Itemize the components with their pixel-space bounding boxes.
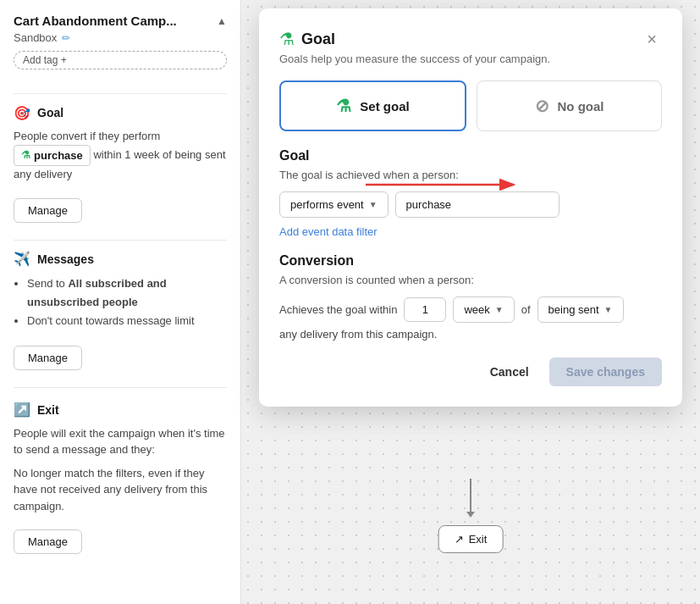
chevron-up-icon[interactable]: ▲ xyxy=(217,15,227,27)
goal-section-header: 🎯 Goal xyxy=(14,104,227,121)
divider-1 xyxy=(14,93,227,94)
exit-node-line xyxy=(470,479,471,513)
no-goal-button[interactable]: ⊘ No goal xyxy=(477,80,662,131)
modal-goal-icon: ⚗ xyxy=(279,29,295,49)
exit-section-header: ↗️ Exit xyxy=(14,402,227,418)
exit-sub-desc: No longer match the filters, even if the… xyxy=(14,465,227,515)
modal-title-row: ⚗ Goal xyxy=(279,29,335,49)
sandbox-label: Sandbox xyxy=(14,31,57,44)
add-tag-button[interactable]: Add tag + xyxy=(14,51,227,69)
sandbox-row: Sandbox ✏ xyxy=(14,31,227,44)
sent-type-chevron-icon: ▼ xyxy=(604,305,613,314)
event-type-label: performs event xyxy=(290,198,364,211)
messages-section: ✈️ Messages Send to All subscribed and u… xyxy=(14,251,227,370)
list-item: Don't count towards message limit xyxy=(27,312,227,330)
purchase-badge: ⚗ purchase xyxy=(14,145,91,167)
event-type-dropdown[interactable]: performs event ▼ xyxy=(279,191,389,218)
chevron-down-icon: ▼ xyxy=(369,200,378,209)
event-name-input[interactable] xyxy=(395,191,559,218)
exit-section-title: Exit xyxy=(37,403,59,417)
goal-condition-row: performs event ▼ xyxy=(279,191,662,218)
exit-node: ↗ Exit xyxy=(438,525,504,553)
modal-header: ⚗ Goal × xyxy=(279,29,662,49)
messages-section-title: Messages xyxy=(37,252,94,266)
modal-goal-section-desc: The goal is achieved when a person: xyxy=(279,169,662,181)
sent-type-dropdown[interactable]: being sent ▼ xyxy=(537,296,624,323)
goal-type-row: ⚗ Set goal ⊘ No goal xyxy=(279,80,662,131)
of-label: of xyxy=(521,303,531,316)
save-changes-button[interactable]: Save changes xyxy=(549,357,662,386)
exit-icon: ↗️ xyxy=(14,402,30,418)
messages-icon: ✈️ xyxy=(14,251,30,268)
modal-subtitle: Goals help you measure the success of yo… xyxy=(279,53,662,65)
set-goal-label: Set goal xyxy=(360,99,409,114)
main-area: ↗ Exit ⚗ Goal × Goals help you measure t… xyxy=(241,0,700,604)
sidebar: Cart Abandonment Camp... ▲ Sandbox ✏ Add… xyxy=(0,0,241,604)
divider-3 xyxy=(14,387,227,388)
exit-section-desc: People will exit the campaign when it's … xyxy=(14,425,227,458)
purchase-label: purchase xyxy=(34,147,83,164)
exit-section: ↗️ Exit People will exit the campaign wh… xyxy=(14,402,227,555)
exit-manage-button[interactable]: Manage xyxy=(14,529,82,554)
sidebar-header: Cart Abandonment Camp... ▲ xyxy=(14,14,227,28)
exit-node-label: Exit xyxy=(469,533,488,546)
exit-node-icon: ↗ xyxy=(455,533,464,546)
list-item: Send to All subscribed and unsubscribed … xyxy=(27,274,227,312)
modal-title: Goal xyxy=(301,30,335,48)
goal-section-desc: People convert if they perform ⚗ purchas… xyxy=(14,128,227,183)
add-event-filter-link[interactable]: Add event data filter xyxy=(279,225,378,238)
edit-icon[interactable]: ✏ xyxy=(62,32,70,44)
conversion-row: Achieves the goal within week ▼ of being… xyxy=(279,296,662,323)
conversion-section-title: Conversion xyxy=(279,253,662,269)
time-unit-chevron-icon: ▼ xyxy=(495,305,504,314)
messages-manage-button[interactable]: Manage xyxy=(14,346,82,370)
goal-desc-part1: People convert if they perform xyxy=(14,130,160,142)
goal-section-title: Goal xyxy=(37,106,63,119)
set-goal-icon: ⚗ xyxy=(336,96,351,116)
time-unit-dropdown[interactable]: week ▼ xyxy=(453,296,514,323)
modal-footer: Cancel Save changes xyxy=(279,357,662,386)
goal-manage-button[interactable]: Manage xyxy=(14,198,82,223)
no-goal-label: No goal xyxy=(558,99,604,114)
goal-modal: ⚗ Goal × Goals help you measure the succ… xyxy=(259,8,682,407)
purchase-event-icon: ⚗ xyxy=(21,147,30,163)
divider-2 xyxy=(14,240,227,241)
achieves-label: Achieves the goal within xyxy=(279,303,397,316)
no-goal-icon: ⊘ xyxy=(535,96,549,116)
modal-goal-section-title: Goal xyxy=(279,148,662,163)
messages-section-header: ✈️ Messages xyxy=(14,251,227,268)
modal-close-button[interactable]: × xyxy=(642,29,662,49)
conversion-section-desc: A conversion is counted when a person: xyxy=(279,274,662,286)
set-goal-button[interactable]: ⚗ Set goal xyxy=(279,80,466,131)
goal-section: 🎯 Goal People convert if they perform ⚗ … xyxy=(14,104,227,223)
messages-list: Send to All subscribed and unsubscribed … xyxy=(27,274,227,330)
conversion-number-input[interactable] xyxy=(404,297,446,322)
sent-type-label: being sent xyxy=(548,303,599,316)
conversion-suffix: any delivery from this campaign. xyxy=(279,328,662,341)
time-unit-label: week xyxy=(464,303,489,316)
exit-sub-desc-text: No longer match the filters, even if the… xyxy=(14,467,207,513)
goal-icon: 🎯 xyxy=(14,104,30,121)
cancel-button[interactable]: Cancel xyxy=(480,358,539,385)
exit-desc: People will exit the campaign when it's … xyxy=(14,427,225,457)
sidebar-title: Cart Abandonment Camp... xyxy=(14,14,177,28)
